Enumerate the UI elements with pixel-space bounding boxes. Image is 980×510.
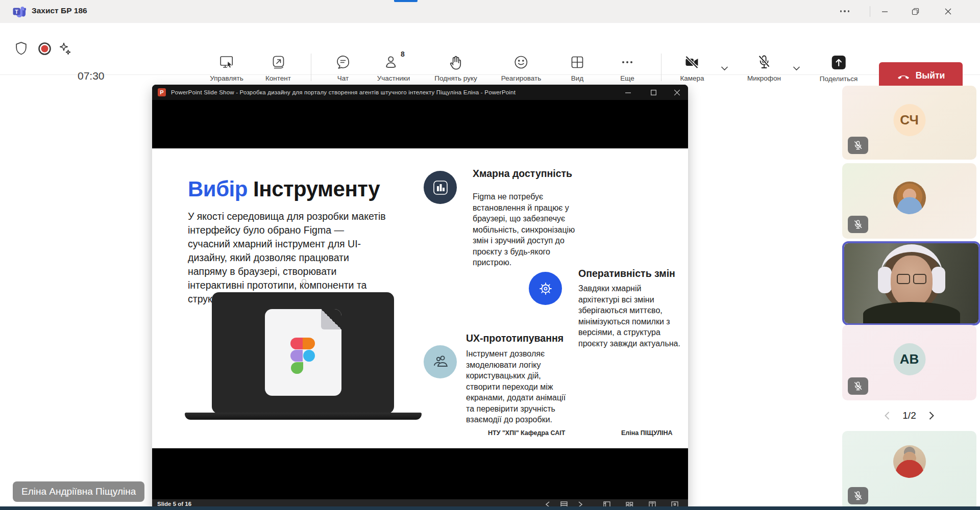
participant-tile[interactable] <box>842 163 976 239</box>
hangup-phone-icon <box>897 73 910 79</box>
avatar-initials: СЧ <box>900 112 918 128</box>
powerpoint-window: P PowerPoint Slide Show - Розробка дизай… <box>152 85 688 510</box>
powerpoint-icon: P <box>158 88 166 96</box>
share-label: Поделиться <box>820 75 858 83</box>
content-button[interactable]: Контент <box>265 55 291 82</box>
slide-footer-left: НТУ "ХПІ" Кафедра САІТ <box>488 429 565 437</box>
participant-tile[interactable] <box>842 431 976 510</box>
bar-chart-icon <box>424 171 457 204</box>
shield-icon[interactable] <box>14 23 28 74</box>
powerpoint-titlebar: P PowerPoint Slide Show - Розробка дизай… <box>152 85 688 100</box>
restore-icon[interactable] <box>904 3 926 19</box>
meeting-toolbar: 07:30 Управлять Контент Чат <box>0 23 980 75</box>
avatar: СЧ <box>893 104 925 136</box>
chat-icon <box>335 55 351 70</box>
minimize-icon[interactable] <box>874 3 895 19</box>
svg-text:T: T <box>15 9 18 15</box>
maximize-icon[interactable] <box>643 85 664 100</box>
view-label: Вид <box>571 74 583 82</box>
view-grid-icon <box>570 55 585 70</box>
sparkle-icon[interactable] <box>59 23 72 74</box>
feature-title: Хмарна доступність <box>473 168 572 180</box>
minimize-icon[interactable] <box>618 85 638 100</box>
react-label: Реагировать <box>501 74 541 82</box>
slide-title-rest: Інструменту <box>248 177 380 201</box>
feature-title: UX-прототипування <box>466 333 564 344</box>
participants-button[interactable]: 8 Участники <box>377 55 410 82</box>
participants-label: Участники <box>377 74 410 82</box>
slide-footer-right: Еліна ПІЩУЛІНА <box>621 429 673 437</box>
meeting-title: Захист БР 186 <box>32 6 87 15</box>
participants-icon: 8 <box>384 55 403 70</box>
more-button[interactable]: Еще <box>620 55 635 82</box>
leave-label: Выйти <box>916 70 945 81</box>
active-speaker-tile[interactable] <box>842 241 980 325</box>
participants-count: 8 <box>401 50 405 65</box>
microphone-button[interactable]: Микрофон <box>747 55 781 82</box>
titlebar-divider <box>870 6 870 17</box>
manage-label: Управлять <box>210 74 243 82</box>
slide-decor-dot <box>302 279 306 284</box>
record-icon[interactable] <box>38 23 52 74</box>
close-icon[interactable] <box>937 3 959 19</box>
tile-pagination: 1/2 <box>842 405 976 426</box>
mic-muted-icon <box>848 137 868 154</box>
laptop-base <box>185 413 422 420</box>
microphone-label: Микрофон <box>747 74 781 82</box>
share-up-icon <box>830 55 846 70</box>
manage-button[interactable]: Управлять <box>210 55 243 82</box>
slide: Вибір Інструменту У якості середовища дл… <box>152 148 688 448</box>
meeting-timer: 07:30 <box>78 70 105 82</box>
raise-hand-button[interactable]: Поднять руку <box>434 55 477 82</box>
chat-button[interactable]: Чат <box>335 55 351 82</box>
view-button[interactable]: Вид <box>570 55 585 82</box>
chevron-right-icon[interactable] <box>928 411 935 420</box>
slide-title-accent: Вибір <box>188 177 248 201</box>
react-button[interactable]: Реагировать <box>501 55 541 82</box>
feature-text: Завдяки хмарній архітектурі всі зміни зб… <box>578 283 680 349</box>
camera-label: Камера <box>680 74 704 82</box>
figma-document <box>265 309 341 396</box>
chevron-down-icon[interactable] <box>721 66 728 71</box>
toolbar-divider <box>661 54 662 81</box>
speaker-glasses <box>897 274 926 284</box>
toolbar-divider <box>311 54 311 81</box>
headphone-left <box>878 267 892 293</box>
content-label: Контент <box>265 74 291 82</box>
powerpoint-title: PowerPoint Slide Show - Розробка дизайну… <box>171 89 516 95</box>
speaker-body <box>863 302 960 323</box>
feature-text: Figma не потребує встановлення й працює … <box>473 191 577 268</box>
slide-title: Вибір Інструменту <box>188 177 380 201</box>
more-label: Еще <box>620 74 634 82</box>
more-icon[interactable] <box>836 5 853 17</box>
camera-button[interactable]: Камера <box>680 55 704 82</box>
mic-muted-icon <box>848 487 868 504</box>
raise-hand-icon <box>448 55 463 70</box>
raise-hand-label: Поднять руку <box>434 74 477 82</box>
mic-muted-icon <box>848 377 868 395</box>
share-button[interactable]: Поделиться <box>820 55 858 83</box>
pagination-label: 1/2 <box>902 410 916 421</box>
chat-label: Чат <box>337 74 349 82</box>
laptop-illustration <box>212 292 394 414</box>
participant-tile[interactable]: СЧ <box>842 86 976 160</box>
close-icon[interactable] <box>667 85 687 100</box>
tab-indicator <box>394 0 418 2</box>
camera-off-icon <box>684 55 701 70</box>
react-smiley-icon <box>513 55 529 70</box>
participant-tile[interactable]: АВ <box>842 325 976 400</box>
slide-intro-text: У якості середовища для розробки макетів… <box>188 210 388 306</box>
chevron-left-icon[interactable] <box>884 411 890 420</box>
folded-corner <box>321 309 341 329</box>
mic-off-icon <box>757 55 771 70</box>
feature-text: Інструмент дозволяє змоделювати логіку к… <box>466 348 573 425</box>
monitor-cursor-icon <box>219 55 235 70</box>
chevron-down-icon[interactable] <box>793 66 800 71</box>
taskbar-edge <box>0 506 980 510</box>
teams-logo-icon: T <box>12 5 26 18</box>
people-icon <box>424 345 457 378</box>
gear-icon <box>529 272 562 305</box>
headphone-right <box>932 267 945 293</box>
more-dots-icon <box>620 55 635 70</box>
avatar-initials: АВ <box>900 351 919 367</box>
